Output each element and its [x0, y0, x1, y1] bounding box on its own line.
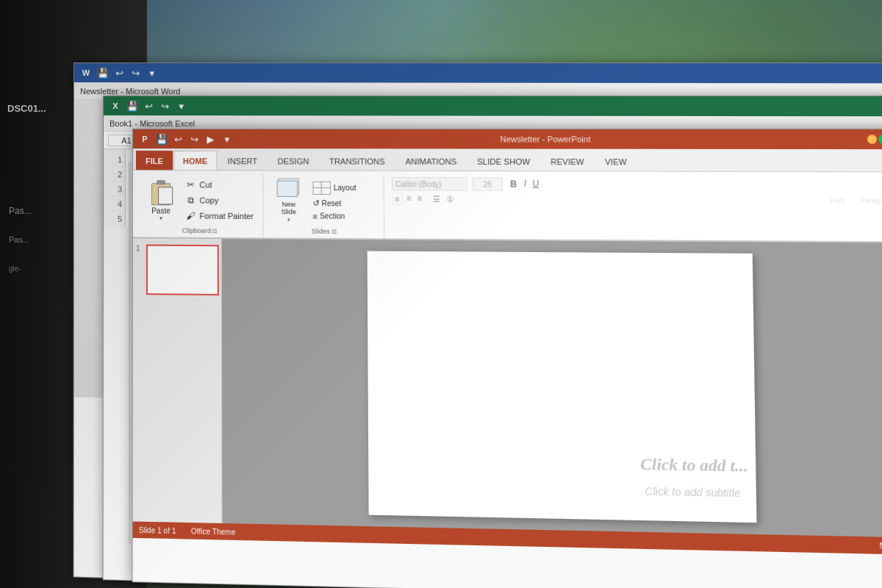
clipboard-small-btns: ✂ Cut ⧉ Copy 🖌 Format Painter: [182, 177, 257, 223]
paragraph-row: ≡ ≡ ≡ ☰ ① Font Paragraph: [392, 193, 882, 207]
align-btns: ≡ ≡ ≡: [392, 193, 425, 204]
excel-save-btn[interactable]: 💾: [126, 99, 139, 112]
word-save-btn[interactable]: 💾: [96, 66, 110, 79]
paste-button[interactable]: Paste ▾: [143, 176, 179, 225]
format-painter-icon: 🖌: [184, 210, 196, 222]
clipboard-expand-icon[interactable]: ⊡: [212, 227, 218, 234]
excel-row-numbers: 1 2 3 4 5: [104, 149, 126, 226]
paste-dropdown-icon: ▾: [159, 215, 162, 221]
section-button[interactable]: ≡ Section: [309, 210, 377, 223]
section-label: Section: [320, 212, 345, 220]
group-labels: Font Paragraph: [462, 196, 882, 204]
tab-design[interactable]: DESIGN: [268, 151, 318, 170]
row-num-2: 2: [104, 167, 125, 182]
slide-panel: 1: [133, 238, 223, 523]
reset-label: Reset: [322, 199, 342, 207]
paragraph-group-label: Paragraph: [861, 197, 882, 205]
tab-review[interactable]: REVIEW: [541, 151, 595, 171]
word-app-icon: W: [79, 65, 93, 80]
slide-thumbnail[interactable]: [146, 245, 219, 295]
new-slide-dropdown[interactable]: ▾: [287, 217, 290, 223]
slide-thumb-inner: [149, 248, 216, 293]
ppt-quick-access: P 💾 ↩ ↪ ▶ ▾ Newsletter - PowerPoint: [133, 129, 882, 149]
font-formatting: B I U: [507, 177, 542, 191]
ppt-title-text: Newsletter - PowerPoint: [237, 135, 864, 144]
format-painter-button[interactable]: 🖌 Format Painter: [182, 208, 257, 223]
ppt-minimize-btn[interactable]: [867, 135, 877, 143]
font-size-box[interactable]: 28: [472, 177, 503, 191]
slides-expand-icon[interactable]: ⊡: [331, 228, 337, 234]
ppt-present-btn[interactable]: ▶: [204, 132, 217, 146]
row-num-3: 3: [104, 182, 125, 196]
slide-click-subtitle: Click to add subtitle: [645, 485, 740, 499]
paste-label: Paste: [151, 207, 171, 215]
row-num-4: 4: [104, 196, 125, 211]
slides-label: Slides ⊡: [270, 226, 377, 237]
italic-btn[interactable]: I: [521, 177, 528, 190]
ppt-redo-btn[interactable]: ↪: [187, 132, 201, 146]
ppt-customize-btn[interactable]: ▾: [220, 132, 233, 146]
ppt-ribbon-content: Paste ▾ ✂ Cut ⧉ Copy 🖌 Format Pain: [133, 171, 882, 243]
align-right-btn[interactable]: ≡: [415, 193, 425, 204]
copy-icon: ⧉: [184, 194, 196, 206]
cut-label: Cut: [199, 180, 212, 189]
tab-slideshow[interactable]: SLIDE SHOW: [467, 151, 540, 171]
new-slide-icon: [275, 179, 302, 199]
new-slide-button[interactable]: NewSlide ▾: [270, 176, 306, 226]
reset-button[interactable]: ↺ Reset: [309, 197, 377, 210]
dsc-label: DSC01...: [7, 103, 46, 114]
paste-icon: [148, 179, 174, 205]
tab-home[interactable]: HOME: [173, 151, 217, 170]
excel-quick-access: X 💾 ↩ ↪ ▾: [104, 96, 882, 116]
tab-view[interactable]: VIEW: [595, 151, 637, 171]
ppt-ribbon-tabs: FILE HOME INSERT DESIGN TRANSITIONS ANIM…: [133, 148, 882, 172]
font-row1: Calibri (Body) 28 B I U: [392, 177, 882, 192]
underline-btn[interactable]: U: [530, 177, 542, 190]
excel-redo-btn[interactable]: ↪: [158, 99, 171, 112]
copy-button[interactable]: ⧉ Copy: [182, 193, 257, 208]
word-redo-btn[interactable]: ↪: [129, 66, 142, 79]
ppt-window: P 💾 ↩ ↪ ▶ ▾ Newsletter - PowerPoint FILE…: [132, 129, 882, 588]
slides-group-content: NewSlide ▾ Layout ↺ Reset: [270, 176, 377, 226]
ppt-body: 1 Click to add t... Click to add subtitl…: [133, 238, 882, 537]
list-btns: ☰ ①: [431, 193, 456, 204]
layout-button[interactable]: Layout: [309, 179, 377, 196]
excel-title: Book1 - Microsoft Excel: [110, 119, 195, 128]
layout-icon: [312, 181, 331, 194]
cut-icon: ✂: [184, 179, 196, 190]
tab-transitions[interactable]: TRANSITIONS: [320, 151, 395, 171]
word-customize-btn[interactable]: ▾: [145, 66, 158, 79]
cut-button[interactable]: ✂ Cut: [182, 177, 257, 192]
clipboard-label: Clipboard ⊡: [143, 225, 257, 236]
paste-sidebar-label: Pas...: [9, 206, 32, 216]
ppt-maximize-btn[interactable]: [878, 135, 882, 143]
bold-btn[interactable]: B: [507, 177, 520, 190]
tab-insert[interactable]: INSERT: [218, 151, 267, 170]
slide-canvas-area: Click to add t... Click to add subtitle: [222, 239, 882, 537]
clipboard-group: Paste ▾ ✂ Cut ⧉ Copy 🖌 Format Pain: [137, 173, 263, 237]
row-num-5: 5: [104, 212, 125, 226]
slide-front: [276, 181, 298, 197]
align-center-btn[interactable]: ≡: [404, 193, 414, 204]
slide-click-title: Click to add t...: [640, 454, 748, 476]
bullet-btn[interactable]: ☰: [431, 193, 443, 204]
align-left-btn[interactable]: ≡: [392, 193, 403, 204]
slides-group: NewSlide ▾ Layout ↺ Reset: [265, 173, 384, 238]
ppt-save-btn[interactable]: 💾: [155, 132, 168, 146]
clipboard-icon: [151, 183, 171, 205]
copy-label: Copy: [199, 196, 218, 204]
ppt-app-icon: P: [137, 132, 152, 146]
tab-animations[interactable]: ANIMATIONS: [395, 151, 467, 171]
section-icon: ≡: [312, 212, 318, 220]
excel-undo-btn[interactable]: ↩: [142, 99, 155, 112]
numbering-btn[interactable]: ①: [444, 193, 456, 204]
tab-file[interactable]: FILE: [136, 151, 173, 170]
window-left-edge: [129, 162, 132, 544]
font-name-box[interactable]: Calibri (Body): [392, 177, 467, 191]
status-slide-info: Slide 1 of 1: [139, 526, 176, 534]
slide-white-area[interactable]: Click to add t... Click to add subtitle: [368, 251, 757, 523]
excel-customize-btn[interactable]: ▾: [174, 99, 187, 112]
ppt-undo-btn[interactable]: ↩: [171, 132, 184, 146]
word-undo-btn[interactable]: ↩: [112, 66, 126, 79]
ppt-window-controls: [867, 135, 882, 144]
